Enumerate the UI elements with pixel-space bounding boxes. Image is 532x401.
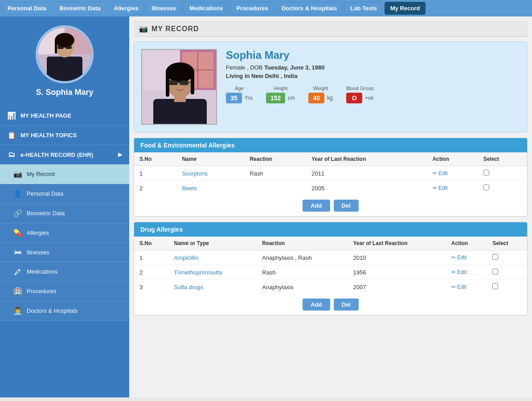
stat-unit: +ve xyxy=(365,95,374,101)
edit-button[interactable]: ✏ Edit xyxy=(433,185,448,191)
cell-select[interactable] xyxy=(478,181,527,196)
location-city: New Delhi xyxy=(251,73,279,79)
nav-item-procedures[interactable]: Procedures xyxy=(230,2,274,15)
camera-icon: 📷 xyxy=(139,25,148,33)
cell-select[interactable] xyxy=(487,250,527,265)
allergy-name-link[interactable]: Sulfa drugs xyxy=(174,284,203,291)
cell-action[interactable]: ✏ Edit xyxy=(446,250,487,265)
cell-name[interactable]: Sulfa drugs xyxy=(168,280,257,295)
page-title: MY RECORD xyxy=(151,25,199,33)
cell-select[interactable] xyxy=(478,166,527,181)
allergy-name-link[interactable]: Trimethoprim/sulfa xyxy=(174,269,221,276)
edit-button[interactable]: ✏ Edit xyxy=(433,170,448,176)
sidebar: S. Sophia Mary 📊MY HEALTH PAGE📋MY HEALTH… xyxy=(0,16,129,397)
svg-rect-20 xyxy=(166,72,169,97)
drug-allergy-del-button[interactable]: Del xyxy=(334,299,359,311)
sidebar-item-biometric-data[interactable]: 🔗Biometric Data xyxy=(0,204,129,223)
sidebar-item-my-health-topics[interactable]: 📋MY HEALTH TOPICS xyxy=(0,126,129,145)
cell-reaction: Anaphylaxis , Rash xyxy=(257,250,348,265)
nav-item-personal-data[interactable]: Personal Data xyxy=(2,2,52,15)
col-select: Select xyxy=(487,237,527,250)
col-action: Action xyxy=(446,237,487,250)
gender-label: Female xyxy=(226,64,245,71)
stat-blood-group: Blood GroupO+ve xyxy=(346,86,374,103)
cell-name[interactable]: Trimethoprim/sulfa xyxy=(168,265,257,280)
food-allergy-del-button[interactable]: Del xyxy=(334,200,359,212)
sidebar-label: Allergies xyxy=(27,229,49,236)
avatar-inner xyxy=(38,28,91,81)
dob-value: Tuesday, June 3, 1980 xyxy=(264,64,324,71)
cell-action[interactable]: ✏ Edit xyxy=(446,265,487,280)
cell-name[interactable]: Scorpions xyxy=(176,166,244,181)
sidebar-item-illnesses[interactable]: 🛏Illnesses xyxy=(0,243,129,262)
table-row: 3Sulfa drugsAnaphylaxis2007✏ Edit xyxy=(134,280,527,295)
cell-select[interactable] xyxy=(487,265,527,280)
profile-photo xyxy=(141,49,217,125)
cell-name[interactable]: Ampicillin xyxy=(168,250,257,265)
drug-allergy-actions: Add Del xyxy=(134,294,527,315)
nav-item-medications[interactable]: Medications xyxy=(184,2,229,15)
profile-stats: Age35YrsHeight152cmWeight40kgBlood Group… xyxy=(226,86,520,103)
cell-year: 2011 xyxy=(306,166,427,181)
nav-item-my-record[interactable]: My Record xyxy=(385,2,426,15)
drug-allergy-add-button[interactable]: Add xyxy=(303,299,330,311)
select-checkbox[interactable] xyxy=(483,170,489,176)
sidebar-icon: 📊 xyxy=(7,111,16,120)
sidebar-item-e-health-record--ehr-[interactable]: 🗂e-HEALTH RECORD (EHR)▶ xyxy=(0,145,129,164)
cell-action[interactable]: ✏ Edit xyxy=(446,280,487,295)
svg-point-5 xyxy=(55,33,74,47)
nav-item-allergies[interactable]: Allergies xyxy=(108,2,144,15)
edit-button[interactable]: ✏ Edit xyxy=(451,254,467,261)
section-header: 📷 MY RECORD xyxy=(134,21,528,37)
profile-dob: Female , DOB Tuesday, June 3, 1980 xyxy=(226,64,520,71)
stat-label: Weight xyxy=(313,86,328,91)
food-allergy-add-button[interactable]: Add xyxy=(303,200,330,212)
svg-rect-22 xyxy=(169,80,178,85)
cell-sno: 2 xyxy=(134,265,168,280)
dob-label: DOB xyxy=(250,64,264,71)
food-allergy-actions: Add Del xyxy=(134,195,527,216)
sidebar-item-medications[interactable]: 💉Medications xyxy=(0,262,129,282)
edit-button[interactable]: ✏ Edit xyxy=(451,284,467,290)
nav-item-illnesses[interactable]: Illnesses xyxy=(146,2,182,15)
sidebar-item-my-health-page[interactable]: 📊MY HEALTH PAGE xyxy=(0,106,129,126)
cell-select[interactable] xyxy=(487,280,527,295)
cell-action[interactable]: ✏ Edit xyxy=(427,166,478,181)
col-sno: S.No xyxy=(134,237,168,250)
svg-point-19 xyxy=(166,62,194,82)
sidebar-item-my-record[interactable]: 📷My Record xyxy=(0,164,129,184)
profile-info: Sophia Mary Female , DOB Tuesday, June 3… xyxy=(226,49,520,103)
cell-action[interactable]: ✏ Edit xyxy=(427,181,478,196)
table-row: 2Trimethoprim/sulfaRash1956✏ Edit xyxy=(134,265,527,280)
stat-badge: 152 xyxy=(266,93,285,103)
cell-name[interactable]: Beets xyxy=(176,181,244,196)
stat-unit: kg xyxy=(327,95,333,101)
allergy-name-link[interactable]: Scorpions xyxy=(182,170,208,177)
select-checkbox[interactable] xyxy=(492,269,498,274)
select-checkbox[interactable] xyxy=(492,283,498,289)
drug-allergies-table: S.No Name or Type Reaction Year of Last … xyxy=(134,237,527,294)
cell-reaction: Rash xyxy=(244,166,306,181)
profile-location: Living in New Delhi , India xyxy=(226,73,520,79)
edit-button[interactable]: ✏ Edit xyxy=(451,269,467,275)
select-checkbox[interactable] xyxy=(492,254,498,260)
profile-name: Sophia Mary xyxy=(226,49,520,61)
avatar-circle xyxy=(36,25,94,83)
select-checkbox[interactable] xyxy=(483,184,489,190)
col-action: Action xyxy=(427,152,478,166)
sidebar-item-allergies[interactable]: 💊Allergies xyxy=(0,223,129,243)
sidebar-item-doctors-&-hospitals[interactable]: 👨‍⚕️Doctors & Hospitals xyxy=(0,301,129,321)
nav-item-doctors-&-hospitals[interactable]: Doctors & Hospitals xyxy=(276,2,343,15)
allergy-name-link[interactable]: Beets xyxy=(182,185,196,192)
sidebar-item-personal-data[interactable]: 👤Personal Data xyxy=(0,184,129,204)
nav-item-biometric-data[interactable]: Biometric Data xyxy=(54,2,106,15)
cell-reaction: Anaphylaxis xyxy=(257,280,348,295)
nav-item-lab-tests[interactable]: Lab Tests xyxy=(344,2,383,15)
cell-year: 2005 xyxy=(306,181,427,196)
profile-card: Sophia Mary Female , DOB Tuesday, June 3… xyxy=(134,41,528,132)
allergy-name-link[interactable]: Ampicillin xyxy=(174,254,198,261)
drug-allergies-header: Drug Allergies xyxy=(134,222,527,237)
sidebar-icon: 📷 xyxy=(13,170,22,178)
sidebar-item-procedures[interactable]: 🏥Procedures xyxy=(0,282,129,301)
stat-label: Height xyxy=(274,86,288,91)
